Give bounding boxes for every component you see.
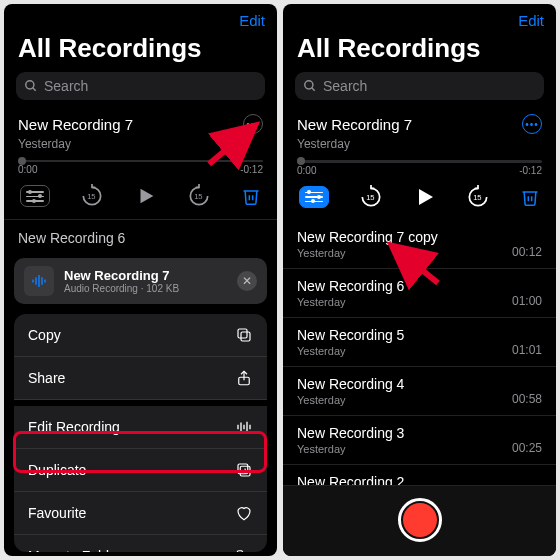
item-name: New Recording 6 xyxy=(297,278,404,294)
item-duration: 00:12 xyxy=(512,245,542,259)
svg-text:15: 15 xyxy=(366,193,374,202)
item-duration: 00:25 xyxy=(512,441,542,455)
waveform-icon xyxy=(235,418,253,436)
item-name: New Recording 2 xyxy=(297,474,404,485)
time-end: -0:12 xyxy=(519,165,542,176)
item-duration: 00:58 xyxy=(512,392,542,406)
time-start: 0:00 xyxy=(18,164,37,175)
item-name: New Recording 4 xyxy=(297,376,404,392)
svg-marker-29 xyxy=(419,189,433,205)
context-menu: Copy Share Edit Recording Duplicate Favo… xyxy=(14,314,267,552)
list-item[interactable]: New Recording 2Yesterday00:26 xyxy=(283,465,556,485)
forward-15-button[interactable]: 15 xyxy=(465,184,491,210)
svg-text:15: 15 xyxy=(87,193,95,202)
search-input[interactable]: Search xyxy=(295,72,544,100)
time-start: 0:00 xyxy=(297,165,316,176)
share-icon xyxy=(235,369,253,387)
svg-rect-12 xyxy=(241,332,250,341)
phone-left: Edit All Recordings Search New Recording… xyxy=(4,4,277,556)
waveform-icon xyxy=(24,266,54,296)
more-button[interactable]: ••• xyxy=(522,114,542,134)
svg-line-27 xyxy=(312,88,315,91)
time-end: -0:12 xyxy=(240,164,263,175)
recordings-list[interactable]: New Recording 7 copyYesterday00:12New Re… xyxy=(283,220,556,485)
more-button[interactable]: ••• xyxy=(243,114,263,134)
scrubber[interactable] xyxy=(297,160,542,163)
item-name: New Recording 5 xyxy=(297,327,404,343)
search-icon xyxy=(303,79,317,93)
svg-rect-13 xyxy=(238,329,247,338)
close-icon[interactable]: ✕ xyxy=(237,271,257,291)
phone-right: Edit All Recordings Search New Recording… xyxy=(283,4,556,556)
section-header[interactable]: New Recording 6 xyxy=(4,219,277,252)
play-button[interactable] xyxy=(413,185,437,209)
time-labels: 0:00 -0:12 xyxy=(4,164,277,175)
rewind-15-button[interactable]: 15 xyxy=(79,183,105,209)
menu-edit-recording[interactable]: Edit Recording xyxy=(14,406,267,449)
item-duration: 01:01 xyxy=(512,343,542,357)
list-item[interactable]: New Recording 5Yesterday01:01 xyxy=(283,318,556,367)
copy-icon xyxy=(235,326,253,344)
delete-button[interactable] xyxy=(241,186,261,206)
play-button[interactable] xyxy=(135,185,157,207)
svg-text:15: 15 xyxy=(194,193,202,202)
forward-15-button[interactable]: 15 xyxy=(186,183,212,209)
item-date: Yesterday xyxy=(297,247,438,259)
menu-share[interactable]: Share xyxy=(14,357,267,400)
delete-button[interactable] xyxy=(520,187,540,207)
item-date: Yesterday xyxy=(297,443,404,455)
record-button[interactable] xyxy=(398,498,442,542)
edit-button[interactable]: Edit xyxy=(518,12,544,29)
svg-text:15: 15 xyxy=(473,193,481,202)
item-name: New Recording 7 copy xyxy=(297,229,438,245)
search-placeholder: Search xyxy=(323,78,367,94)
drag-title: New Recording 7 xyxy=(64,268,179,283)
item-date: Yesterday xyxy=(297,345,404,357)
playback-controls: 15 15 xyxy=(283,176,556,220)
search-placeholder: Search xyxy=(44,78,88,94)
item-date: Yesterday xyxy=(297,394,404,406)
recording-name: New Recording 7 xyxy=(297,116,412,133)
rewind-15-button[interactable]: 15 xyxy=(358,184,384,210)
item-name: New Recording 3 xyxy=(297,425,404,441)
edit-button[interactable]: Edit xyxy=(239,12,265,29)
scrubber[interactable] xyxy=(18,160,263,162)
folder-icon xyxy=(235,547,253,552)
recording-name: New Recording 7 xyxy=(18,116,133,133)
page-title: All Recordings xyxy=(4,33,277,72)
menu-favourite[interactable]: Favourite xyxy=(14,492,267,535)
search-input[interactable]: Search xyxy=(16,72,265,100)
top-bar: Edit xyxy=(4,4,277,33)
duplicate-icon xyxy=(235,461,253,479)
current-recording[interactable]: New Recording 7 ••• Yesterday xyxy=(4,108,277,154)
options-button[interactable] xyxy=(20,185,50,207)
time-labels: 0:00 -0:12 xyxy=(283,165,556,176)
list-item[interactable]: New Recording 6Yesterday01:00 xyxy=(283,269,556,318)
svg-marker-3 xyxy=(140,189,153,204)
svg-point-26 xyxy=(305,81,313,89)
playback-controls: 15 15 xyxy=(4,175,277,219)
menu-duplicate[interactable]: Duplicate xyxy=(14,449,267,492)
svg-rect-21 xyxy=(238,464,248,474)
menu-move[interactable]: Move to Folder xyxy=(14,535,267,552)
heart-icon xyxy=(235,504,253,522)
list-item[interactable]: New Recording 4Yesterday00:58 xyxy=(283,367,556,416)
current-recording[interactable]: New Recording 7 ••• Yesterday xyxy=(283,108,556,154)
item-duration: 01:00 xyxy=(512,294,542,308)
recording-date: Yesterday xyxy=(297,137,350,151)
page-title: All Recordings xyxy=(283,33,556,72)
top-bar: Edit xyxy=(283,4,556,33)
drag-preview: New Recording 7 Audio Recording · 102 KB… xyxy=(14,258,267,304)
svg-point-0 xyxy=(26,81,34,89)
svg-line-1 xyxy=(33,88,36,91)
options-button[interactable] xyxy=(299,186,329,208)
drag-meta: Audio Recording · 102 KB xyxy=(64,283,179,294)
record-bar xyxy=(283,485,556,556)
recording-date: Yesterday xyxy=(18,137,71,151)
item-date: Yesterday xyxy=(297,296,404,308)
menu-copy[interactable]: Copy xyxy=(14,314,267,357)
search-icon xyxy=(24,79,38,93)
list-item[interactable]: New Recording 3Yesterday00:25 xyxy=(283,416,556,465)
list-item[interactable]: New Recording 7 copyYesterday00:12 xyxy=(283,220,556,269)
